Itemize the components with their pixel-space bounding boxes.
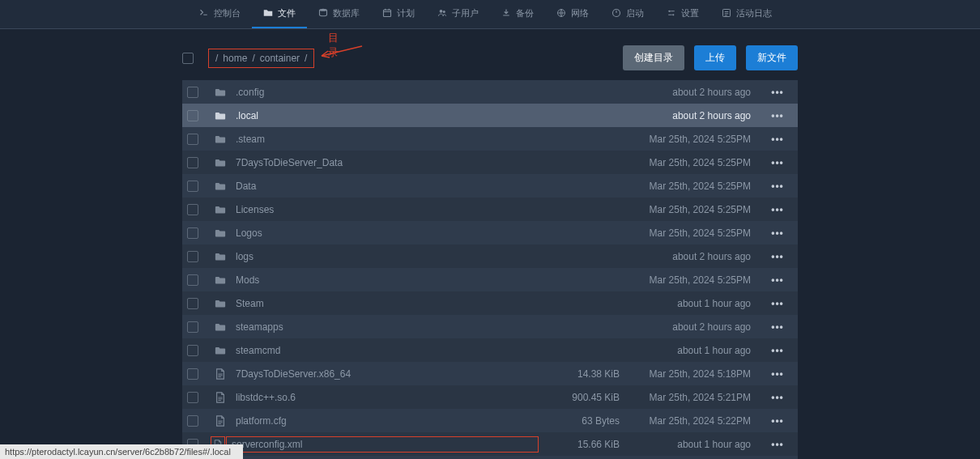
newfile-button[interactable]: 新文件 xyxy=(746,45,798,70)
file-name[interactable]: steamapps xyxy=(236,321,539,333)
row-actions-button[interactable]: ••• xyxy=(769,392,786,403)
row-checkbox[interactable] xyxy=(187,415,198,427)
tab-label: 活动日志 xyxy=(736,7,772,19)
tab-console[interactable]: 控制台 xyxy=(188,0,252,28)
row-actions-button[interactable]: ••• xyxy=(769,439,786,450)
row-checkbox[interactable] xyxy=(187,274,198,286)
tab-label: 文件 xyxy=(278,7,296,19)
tab-settings[interactable]: 设置 xyxy=(655,0,710,28)
file-icon xyxy=(213,368,228,380)
tab-schedule[interactable]: 计划 xyxy=(371,0,426,28)
file-name[interactable]: 7DaysToDieServer_Data xyxy=(236,157,539,168)
folder-row[interactable]: ModsMar 25th, 2024 5:25PM••• xyxy=(182,268,798,291)
tab-backup[interactable]: 备份 xyxy=(490,0,545,28)
folder-row[interactable]: LicensesMar 25th, 2024 5:25PM••• xyxy=(182,198,798,221)
tab-startup[interactable]: 启动 xyxy=(600,0,655,28)
row-actions-button[interactable]: ••• xyxy=(769,110,786,121)
row-actions-button[interactable]: ••• xyxy=(769,251,786,262)
folder-icon xyxy=(213,157,228,168)
folder-icon xyxy=(213,345,228,356)
tab-label: 网络 xyxy=(571,7,589,19)
file-row[interactable]: serverconfig.xml15.66 KiBabout 1 hour ag… xyxy=(182,432,798,456)
row-checkbox[interactable] xyxy=(187,298,198,309)
svg-point-7 xyxy=(672,14,674,15)
file-date: Mar 25th, 2024 5:25PM xyxy=(620,181,757,192)
tab-activity[interactable]: 活动日志 xyxy=(710,0,783,28)
database-icon xyxy=(318,8,328,19)
folder-row[interactable]: steamappsabout 2 hours ago••• xyxy=(182,315,798,338)
folder-row[interactable]: LogosMar 25th, 2024 5:25PM••• xyxy=(182,221,798,244)
row-checkbox[interactable] xyxy=(187,181,198,192)
row-actions-button[interactable]: ••• xyxy=(769,227,786,239)
row-actions-button[interactable]: ••• xyxy=(769,298,786,309)
file-name[interactable]: Licenses xyxy=(236,204,539,215)
folder-row[interactable]: DataMar 25th, 2024 5:25PM••• xyxy=(182,174,798,198)
row-actions-button[interactable]: ••• xyxy=(769,181,786,192)
breadcrumb-segment[interactable]: home xyxy=(223,53,247,64)
row-actions-button[interactable]: ••• xyxy=(769,274,786,286)
row-checkbox[interactable] xyxy=(187,110,198,121)
folder-row[interactable]: 7DaysToDieServer_DataMar 25th, 2024 5:25… xyxy=(182,151,798,174)
file-row[interactable]: 7DaysToDieServer.x86_6414.38 KiBMar 25th… xyxy=(182,362,798,385)
tab-files[interactable]: 文件 xyxy=(252,0,307,28)
file-name[interactable]: Logos xyxy=(236,227,539,239)
folder-icon xyxy=(213,110,228,121)
folder-row[interactable]: logsabout 2 hours ago••• xyxy=(182,244,798,268)
file-name[interactable]: Data xyxy=(236,181,539,192)
mkdir-button[interactable]: 创建目录 xyxy=(623,45,684,70)
row-actions-button[interactable]: ••• xyxy=(769,134,786,145)
status-url: https://pterodactyl.lcayun.cn/server/6c2… xyxy=(5,447,231,457)
row-checkbox[interactable] xyxy=(187,321,198,333)
folder-row[interactable]: steamcmdabout 1 hour ago••• xyxy=(182,338,798,362)
row-checkbox[interactable] xyxy=(187,251,198,262)
file-name[interactable]: logs xyxy=(236,251,539,262)
breadcrumb-segment[interactable]: container xyxy=(260,53,300,64)
row-actions-button[interactable]: ••• xyxy=(769,415,786,427)
file-name[interactable]: serverconfig.xml xyxy=(226,436,539,453)
file-name[interactable]: Mods xyxy=(236,274,539,286)
folder-row[interactable]: .localabout 2 hours ago••• xyxy=(182,104,798,127)
row-actions-button[interactable]: ••• xyxy=(769,345,786,356)
row-checkbox[interactable] xyxy=(187,227,198,239)
file-row[interactable]: libstdc++.so.6900.45 KiBMar 25th, 2024 5… xyxy=(182,385,798,409)
svg-rect-1 xyxy=(384,10,391,16)
folder-icon xyxy=(213,181,228,192)
row-checkbox[interactable] xyxy=(187,87,198,98)
row-actions-button[interactable]: ••• xyxy=(769,87,786,98)
row-actions-button[interactable]: ••• xyxy=(769,204,786,215)
row-checkbox[interactable] xyxy=(187,157,198,168)
file-row[interactable]: platform.cfg63 BytesMar 25th, 2024 5:22P… xyxy=(182,409,798,432)
file-name[interactable]: .config xyxy=(236,87,539,98)
file-date: about 2 hours ago xyxy=(620,87,757,98)
row-actions-button[interactable]: ••• xyxy=(769,321,786,333)
file-date: about 2 hours ago xyxy=(620,251,757,262)
row-checkbox[interactable] xyxy=(187,345,198,356)
file-date: Mar 25th, 2024 5:18PM xyxy=(620,368,757,380)
file-size: 900.45 KiB xyxy=(539,392,620,403)
file-name[interactable]: steamcmd xyxy=(236,345,539,356)
tab-network[interactable]: 网络 xyxy=(545,0,600,28)
upload-button[interactable]: 上传 xyxy=(694,45,736,70)
row-checkbox[interactable] xyxy=(187,204,198,215)
folder-row[interactable]: .configabout 2 hours ago••• xyxy=(182,80,798,104)
file-name[interactable]: 7DaysToDieServer.x86_64 xyxy=(236,368,539,380)
file-name[interactable]: .steam xyxy=(236,134,539,145)
file-header-row: 目录 /home/container/ 创建目录 上传 新文件 xyxy=(182,45,798,70)
row-actions-button[interactable]: ••• xyxy=(769,157,786,168)
folder-row[interactable]: Steamabout 1 hour ago••• xyxy=(182,291,798,315)
file-date: Mar 25th, 2024 5:25PM xyxy=(620,134,757,145)
row-checkbox[interactable] xyxy=(187,392,198,403)
tab-subusers[interactable]: 子用户 xyxy=(426,0,490,28)
folder-row[interactable]: .steamMar 25th, 2024 5:25PM••• xyxy=(182,127,798,151)
select-all-checkbox[interactable] xyxy=(182,53,194,64)
file-name[interactable]: libstdc++.so.6 xyxy=(236,392,539,403)
file-name[interactable]: platform.cfg xyxy=(236,415,539,427)
file-row[interactable]: serverconfig.xml.bak15.9 KiBabout 2 hour… xyxy=(182,456,798,459)
file-name[interactable]: Steam xyxy=(236,298,539,309)
row-actions-button[interactable]: ••• xyxy=(769,368,786,380)
row-checkbox[interactable] xyxy=(187,134,198,145)
row-checkbox[interactable] xyxy=(187,368,198,380)
file-name[interactable]: .local xyxy=(236,110,539,121)
tab-database[interactable]: 数据库 xyxy=(307,0,371,28)
breadcrumb[interactable]: /home/container/ xyxy=(208,49,314,68)
